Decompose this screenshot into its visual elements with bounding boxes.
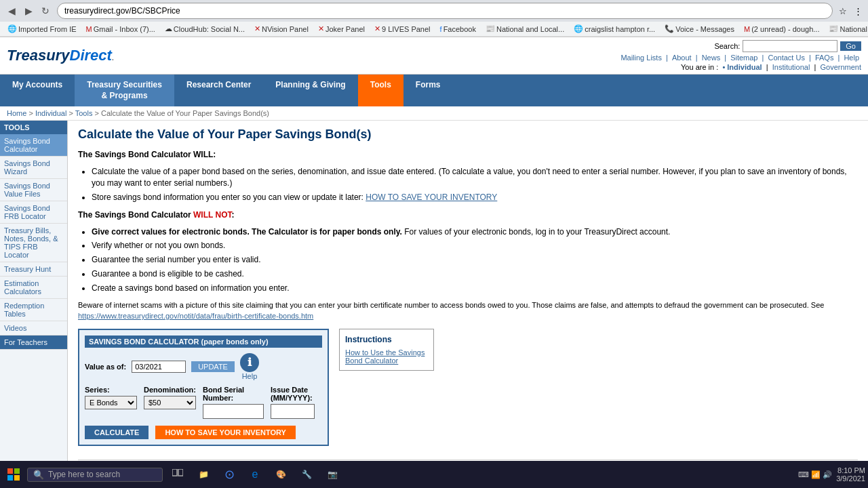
warning-link[interactable]: https://www.treasurydirect.gov/notit/dat… bbox=[78, 312, 313, 320]
calc-buttons: CALCULATE HOW TO SAVE YOUR INVENTORY bbox=[85, 426, 322, 439]
will-item-2: Store savings bond information you enter… bbox=[92, 192, 858, 203]
taskbar-search-placeholder: Type here to search bbox=[48, 470, 120, 479]
instructions-link[interactable]: How to Use the Savings Bond Calculator bbox=[345, 348, 428, 365]
nav-planning-giving[interactable]: Planning & Giving bbox=[263, 75, 357, 106]
nav-research-center[interactable]: Research Center bbox=[174, 75, 263, 106]
forward-button[interactable]: ▶ bbox=[21, 3, 36, 18]
will-item-1: Calculate the value of a paper bond base… bbox=[92, 166, 858, 189]
breadcrumb-tools[interactable]: Tools bbox=[75, 109, 93, 117]
calculator-container: SAVINGS BOND CALCULATOR (paper bonds onl… bbox=[78, 329, 858, 446]
task-view-icon bbox=[172, 469, 183, 480]
how-to-save-inventory-link-1[interactable]: HOW TO SAVE YOUR INVENTORY bbox=[366, 192, 497, 202]
save-inventory-button[interactable]: HOW TO SAVE YOUR INVENTORY bbox=[155, 426, 295, 439]
taskbar-task-view[interactable] bbox=[165, 462, 190, 487]
government-link[interactable]: Government bbox=[820, 63, 861, 71]
individual-link[interactable]: • Individual bbox=[722, 63, 762, 71]
will-not-item-1: Give correct values for electronic bonds… bbox=[92, 226, 858, 238]
contact-us-link[interactable]: Contact Us bbox=[768, 54, 804, 62]
browser-toolbar: ◀ ▶ ↻ ☆ ⋮ bbox=[0, 0, 868, 22]
taskbar-icons: 📁 ⊙ e 🎨 🔧 📷 bbox=[165, 462, 344, 487]
nav-my-accounts[interactable]: My Accounts bbox=[0, 75, 75, 106]
header-links: Mailing Lists | About | News | Sitemap |… bbox=[618, 54, 861, 62]
taskbar-icon-3[interactable]: 📷 bbox=[320, 462, 344, 487]
bookmark-national1[interactable]: 📰 National and Local... bbox=[482, 23, 568, 35]
bookmark-voice[interactable]: 📞 Voice - Messages bbox=[661, 23, 738, 35]
sidebar-item-savings-bond-frb-locator[interactable]: Savings Bond FRB Locator bbox=[0, 201, 67, 224]
sidebar-item-for-teachers[interactable]: For Teachers bbox=[0, 336, 67, 350]
back-button[interactable]: ◀ bbox=[4, 3, 19, 18]
issue-date-input[interactable] bbox=[271, 404, 315, 419]
bookmark-imported[interactable]: 🌐 Imported From IE bbox=[4, 23, 80, 35]
taskbar-chrome[interactable]: ⊙ bbox=[217, 462, 241, 487]
institutional-link[interactable]: Institutional bbox=[772, 63, 810, 71]
help-icon-container[interactable]: ℹ Help bbox=[240, 353, 259, 380]
main-nav: My Accounts Treasury Securities& Program… bbox=[0, 75, 868, 106]
series-select[interactable]: E Bonds EE Bonds I Bonds HH Bonds H Bond… bbox=[85, 396, 137, 409]
breadcrumb-home[interactable]: Home bbox=[7, 109, 26, 117]
instructions-box: Instructions How to Use the Savings Bond… bbox=[339, 329, 434, 371]
refresh-button[interactable]: ↻ bbox=[38, 3, 53, 18]
will-not-intro: The Savings Bond Calculator WILL NOT: bbox=[78, 209, 858, 221]
taskbar-icon-1[interactable]: 🎨 bbox=[269, 462, 293, 487]
nav-tools[interactable]: Tools bbox=[358, 75, 403, 106]
bookmark-national2[interactable]: 📰 National and Local... bbox=[825, 23, 868, 35]
nav-forms[interactable]: Forms bbox=[403, 75, 453, 106]
calc-fields: Series: E Bonds EE Bonds I Bonds HH Bond… bbox=[85, 386, 322, 419]
bookmark-9lives[interactable]: ✕ 9 LIVES Panel bbox=[371, 23, 434, 35]
bookmark-facebook[interactable]: f Facebook bbox=[437, 24, 479, 35]
sidebar-item-savings-bond-wizard[interactable]: Savings Bond Wizard bbox=[0, 157, 67, 179]
browser-nav-buttons: ◀ ▶ ↻ bbox=[4, 3, 53, 18]
start-button[interactable] bbox=[3, 464, 24, 485]
taskbar-search-box[interactable]: 🔍 Type here to search bbox=[27, 468, 163, 482]
calculator-box: SAVINGS BOND CALCULATOR (paper bonds onl… bbox=[78, 329, 329, 446]
value-as-of-input[interactable] bbox=[132, 361, 186, 373]
serial-number-label: Bond Serial Number: bbox=[203, 386, 264, 402]
bookmark-gmail2[interactable]: M (2 unread) - dough... bbox=[741, 24, 823, 35]
denomination-group: Denomination: $50 $75 $100 $200 $500 $10… bbox=[144, 386, 196, 409]
update-button[interactable]: UPDATE bbox=[191, 361, 235, 372]
svg-rect-5 bbox=[178, 469, 183, 476]
calculate-button[interactable]: CALCULATE bbox=[85, 426, 149, 439]
bookmark-gmail[interactable]: M Gmail - Inbox (7)... bbox=[83, 24, 159, 35]
help-link[interactable]: Help bbox=[844, 54, 859, 62]
sidebar-item-redemption-tables[interactable]: Redemption Tables bbox=[0, 299, 67, 321]
sidebar-item-savings-bond-calculator[interactable]: Savings Bond Calculator bbox=[0, 134, 67, 157]
browser-icons: ☆ ⋮ bbox=[837, 5, 864, 17]
star-icon[interactable]: ☆ bbox=[837, 5, 849, 17]
bookmark-joker[interactable]: ✕ Joker Panel bbox=[315, 23, 368, 35]
sidebar-item-treasury-bills[interactable]: Treasury Bills, Notes, Bonds, & TIPS FRB… bbox=[0, 224, 67, 262]
news-link[interactable]: News bbox=[702, 54, 721, 62]
taskbar-search-icon: 🔍 bbox=[33, 470, 44, 480]
taskbar-clock: 8:10 PM 3/9/2021 bbox=[836, 466, 865, 483]
sidebar-item-treasury-hunt[interactable]: Treasury Hunt bbox=[0, 262, 67, 277]
bookmark-cloudhub[interactable]: ☁ CloudHub: Social N... bbox=[161, 23, 248, 35]
bookmark-nvision[interactable]: ✕ NVision Panel bbox=[251, 23, 312, 35]
search-input[interactable] bbox=[743, 40, 837, 52]
taskbar-right: ⌨ 📶 🔊 8:10 PM 3/9/2021 bbox=[798, 466, 865, 483]
taskbar-icon-2[interactable]: 🔧 bbox=[294, 462, 319, 487]
taskbar: 🔍 Type here to search 📁 ⊙ e 🎨 🔧 📷 ⌨ 📶 🔊 … bbox=[0, 461, 868, 488]
breadcrumb-individual[interactable]: Individual bbox=[35, 109, 66, 117]
denomination-select[interactable]: $50 $75 $100 $200 $500 $1000 $5000 $1000… bbox=[144, 396, 196, 409]
breadcrumb: Home > Individual > Tools > Calculate th… bbox=[0, 106, 868, 121]
value-as-of-label: Value as of: bbox=[85, 363, 126, 371]
sidebar-item-estimation-calculators[interactable]: Estimation Calculators bbox=[0, 277, 67, 299]
sitemap-link[interactable]: Sitemap bbox=[730, 54, 757, 62]
instructions-title: Instructions bbox=[345, 335, 428, 344]
serial-number-group: Bond Serial Number: bbox=[203, 386, 264, 419]
menu-icon[interactable]: ⋮ bbox=[852, 5, 864, 17]
sidebar-item-videos[interactable]: Videos bbox=[0, 321, 67, 336]
search-go-button[interactable]: Go bbox=[840, 41, 861, 51]
address-bar[interactable] bbox=[57, 3, 833, 19]
taskbar-edge[interactable]: e bbox=[243, 462, 267, 487]
will-intro: The Savings Bond Calculator WILL: bbox=[78, 148, 858, 161]
bookmark-craigslist[interactable]: 🌐 craigslist hampton r... bbox=[570, 23, 658, 35]
about-link[interactable]: About bbox=[672, 54, 692, 62]
sidebar-item-savings-bond-value-files[interactable]: Savings Bond Value Files bbox=[0, 179, 67, 201]
taskbar-file-explorer[interactable]: 📁 bbox=[191, 462, 216, 487]
serial-number-input[interactable] bbox=[203, 404, 264, 419]
nav-treasury-securities[interactable]: Treasury Securities& Programs bbox=[75, 75, 174, 106]
series-group: Series: E Bonds EE Bonds I Bonds HH Bond… bbox=[85, 386, 137, 409]
mailing-lists-link[interactable]: Mailing Lists bbox=[620, 54, 662, 62]
faqs-link[interactable]: FAQs bbox=[815, 54, 834, 62]
